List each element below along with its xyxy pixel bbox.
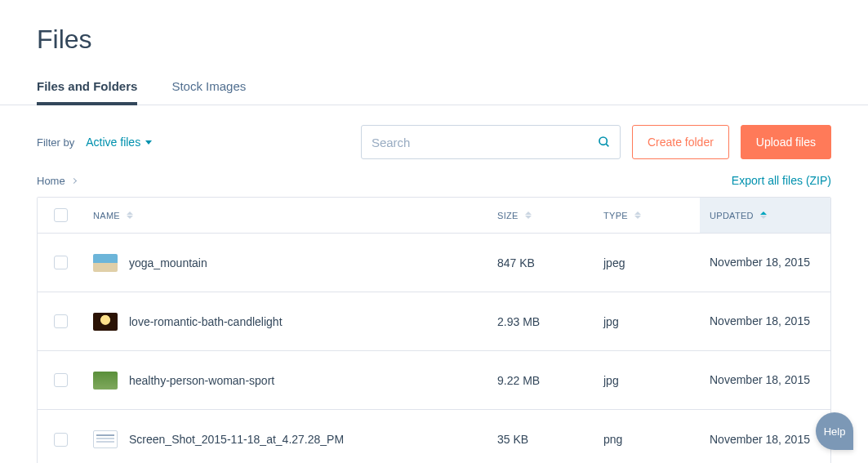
column-updated-label: UPDATED: [710, 211, 754, 220]
tab-stock-images[interactable]: Stock Images: [171, 79, 246, 105]
file-name: yoga_mountain: [129, 256, 207, 269]
table-header: NAME SIZE TYPE UPDATED: [38, 198, 830, 234]
file-type: jpeg: [603, 256, 625, 269]
column-size[interactable]: SIZE: [487, 211, 594, 220]
export-all-link[interactable]: Export all files (ZIP): [732, 174, 831, 187]
file-size: 847 KB: [497, 256, 535, 269]
row-checkbox[interactable]: [54, 256, 68, 269]
page-header: Files: [0, 0, 868, 55]
file-name: Screen_Shot_2015-11-18_at_4.27.28_PM: [129, 433, 344, 446]
sort-icon: [634, 211, 641, 219]
row-checkbox[interactable]: [54, 373, 68, 387]
select-all-checkbox[interactable]: [54, 208, 68, 222]
tab-files-and-folders[interactable]: Files and Folders: [37, 79, 137, 105]
select-all-cell: [38, 208, 83, 222]
column-type[interactable]: TYPE: [594, 211, 700, 220]
chevron-right-icon: [71, 177, 77, 183]
file-updated: November 18, 2015: [710, 372, 810, 387]
upload-files-button[interactable]: Upload files: [741, 125, 831, 159]
file-thumbnail: [93, 254, 118, 272]
toolbar: Filter by Active files Create folder Upl…: [0, 105, 868, 166]
file-updated: November 18, 2015: [710, 432, 810, 447]
file-type: jpg: [603, 315, 619, 328]
file-thumbnail: [93, 313, 118, 331]
file-updated: November 18, 2015: [710, 255, 810, 269]
table-row[interactable]: healthy-person-woman-sport 9.22 MB jpg N…: [38, 351, 830, 410]
help-button[interactable]: Help: [816, 412, 853, 450]
breadcrumb-home: Home: [37, 175, 65, 187]
file-size: 2.93 MB: [497, 315, 540, 328]
breadcrumb-row: Home Export all files (ZIP): [0, 166, 868, 197]
search-wrap: [361, 125, 621, 159]
page-title: Files: [37, 24, 831, 55]
file-updated: November 18, 2015: [710, 314, 810, 328]
table-row[interactable]: love-romantic-bath-candlelight 2.93 MB j…: [38, 292, 830, 351]
column-name[interactable]: NAME: [83, 211, 487, 220]
breadcrumb[interactable]: Home: [37, 175, 76, 187]
chevron-down-icon: [145, 140, 152, 145]
filter-dropdown[interactable]: Active files: [86, 136, 152, 149]
column-size-label: SIZE: [497, 211, 519, 220]
filter-value: Active files: [86, 136, 140, 149]
filter-by-label: Filter by: [37, 136, 74, 149]
row-checkbox[interactable]: [54, 433, 68, 447]
sort-icon: [127, 211, 133, 219]
file-size: 35 KB: [497, 433, 528, 446]
search-input[interactable]: [361, 125, 621, 159]
column-name-label: NAME: [93, 211, 120, 220]
files-table: NAME SIZE TYPE UPDATED yoga_mountain 847…: [37, 197, 831, 463]
file-size: 9.22 MB: [497, 374, 540, 387]
table-row[interactable]: yoga_mountain 847 KB jpeg November 18, 2…: [38, 234, 830, 292]
file-type: png: [603, 433, 622, 446]
tabs: Files and Folders Stock Images: [0, 55, 868, 105]
column-type-label: TYPE: [603, 211, 628, 220]
file-name: healthy-person-woman-sport: [129, 374, 274, 387]
file-name: love-romantic-bath-candlelight: [129, 315, 283, 328]
file-thumbnail: [93, 372, 118, 390]
create-folder-button[interactable]: Create folder: [632, 125, 729, 159]
file-thumbnail: [93, 430, 118, 448]
row-checkbox[interactable]: [54, 314, 68, 328]
table-row[interactable]: Screen_Shot_2015-11-18_at_4.27.28_PM 35 …: [38, 410, 830, 463]
sort-icon: [760, 211, 767, 219]
column-updated[interactable]: UPDATED: [700, 198, 830, 233]
sort-icon: [525, 211, 532, 219]
file-type: jpg: [603, 374, 619, 387]
